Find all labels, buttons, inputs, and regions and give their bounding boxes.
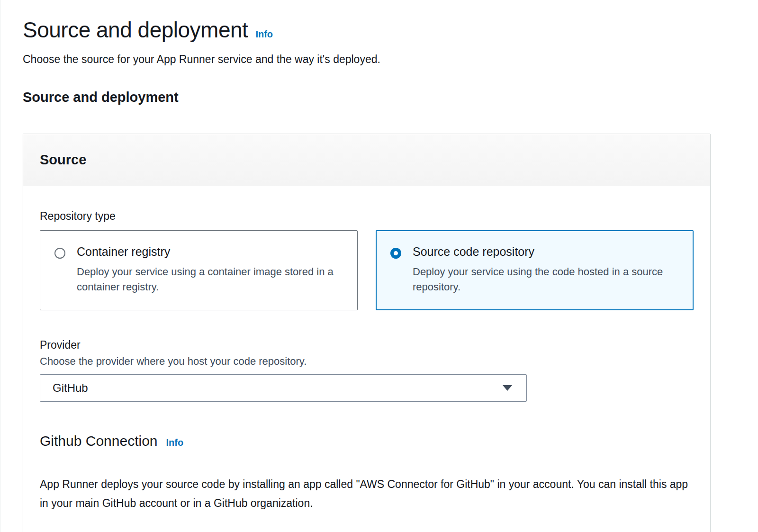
provider-description: Choose the provider where you host your …: [40, 355, 694, 368]
page-header: Source and deployment Info: [23, 17, 711, 43]
source-card: Source Repository type Container registr…: [23, 134, 711, 532]
radio-unchecked-icon[interactable]: [54, 248, 65, 259]
repository-type-label: Repository type: [40, 210, 694, 223]
page: Source and deployment Info Choose the so…: [0, 0, 758, 532]
container-registry-description: Deploy your service using a container im…: [77, 264, 342, 295]
page-description: Choose the source for your App Runner se…: [23, 53, 711, 66]
repository-type-tiles: Container registry Deploy your service u…: [40, 230, 694, 310]
source-code-repository-label: Source code repository: [413, 245, 678, 259]
source-card-body: Repository type Container registry Deplo…: [23, 186, 710, 532]
source-code-repository-option[interactable]: Source code repository Deploy your servi…: [376, 230, 694, 310]
provider-select[interactable]: GitHub: [40, 374, 527, 402]
radio-checked-icon[interactable]: [390, 248, 401, 259]
github-connection-heading: Github Connection: [40, 433, 158, 449]
source-card-header: Source: [23, 134, 710, 186]
page-title: Source and deployment: [23, 17, 248, 43]
source-code-repository-description: Deploy your service using the code hoste…: [413, 264, 678, 295]
provider-block: Provider Choose the provider where you h…: [40, 339, 694, 402]
container-registry-label: Container registry: [77, 245, 342, 259]
source-code-repository-option-text: Source code repository Deploy your servi…: [413, 245, 678, 295]
container-registry-option-text: Container registry Deploy your service u…: [77, 245, 342, 295]
chevron-down-icon: [503, 385, 512, 391]
page-info-link[interactable]: Info: [255, 29, 273, 40]
github-connection-header: Github Connection Info: [40, 433, 694, 449]
github-connection-info-link[interactable]: Info: [166, 437, 184, 448]
provider-label: Provider: [40, 339, 694, 352]
section-heading: Source and deployment: [23, 90, 711, 105]
provider-select-value: GitHub: [53, 381, 88, 395]
container-registry-option[interactable]: Container registry Deploy your service u…: [40, 230, 358, 310]
github-connection-paragraph: App Runner deploys your source code by i…: [40, 475, 689, 513]
